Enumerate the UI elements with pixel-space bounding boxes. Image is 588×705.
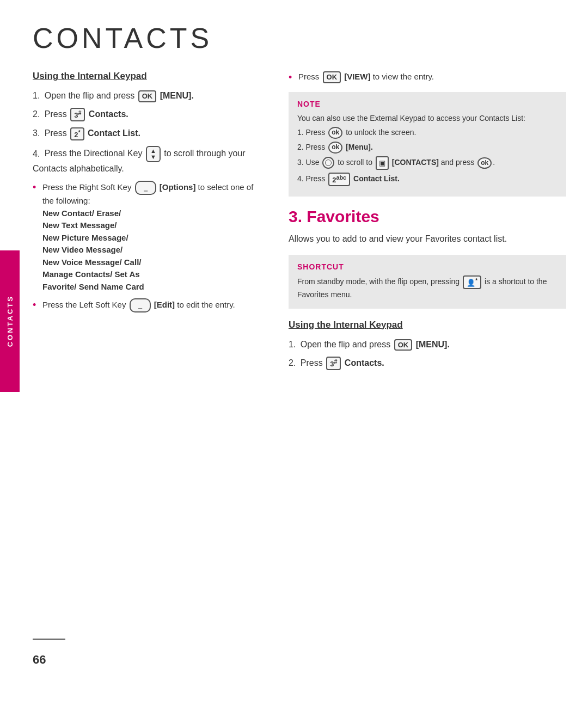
favorites-steps: 1. Open the flip and press OK [MENU]. 2.…	[289, 338, 566, 370]
directional-key: ▲▼	[146, 146, 161, 162]
page-title: CONTACTS	[33, 22, 566, 54]
ok-round-3: ok	[477, 157, 492, 169]
ok-round-1: ok	[328, 127, 342, 139]
step-3: 3. Press 2* Contact List.	[33, 127, 267, 140]
step-4-num: 4.	[33, 149, 40, 158]
left-soft-key: ⎯	[130, 298, 151, 312]
contacts-icon: ▣	[376, 156, 389, 170]
person-key: 👤*	[463, 275, 481, 289]
shortcut-box: SHORTCUT From standby mode, with the fli…	[289, 255, 566, 309]
step-1-label: [MENU].	[160, 91, 194, 100]
section3-heading: 3. Favorites	[289, 207, 566, 226]
step-4: 4. Press the Directional Key ▲▼ to scrol…	[33, 146, 267, 175]
key-2abc: 2abc	[328, 173, 350, 186]
main-content: CONTACTS Using the Internal Keypad 1. Op…	[33, 22, 566, 683]
note-box: NOTE You can also use the External Keypa…	[289, 92, 566, 197]
step-1-num: 1.	[33, 91, 40, 100]
options-list: New Contact/ Erase/ New Text Message/ Ne…	[42, 209, 144, 291]
note-label: NOTE	[297, 100, 558, 108]
ok-round-2: ok	[328, 142, 342, 154]
fav-step-2: 2. Press 3# Contacts.	[289, 357, 566, 370]
left-column: Using the Internal Keypad 1. Open the fl…	[33, 71, 267, 376]
note-intro: You can also use the External Keypad to …	[297, 113, 558, 125]
bullet-right-soft: Press the Right Soft Key ⎯ [Options] to …	[33, 181, 267, 293]
two-column-layout: Using the Internal Keypad 1. Open the fl…	[33, 71, 566, 376]
fav-step-2-num: 2.	[289, 358, 296, 367]
section3-num: 3.	[289, 207, 307, 225]
fav-step-1-label: [MENU].	[416, 340, 450, 349]
key-3: 3#	[70, 108, 85, 121]
options-label: [Options]	[160, 182, 196, 192]
section3-desc: Allows you to add to and view your Favor…	[289, 232, 566, 246]
bullet-view: Press OK [VIEW] to view the entry.	[289, 71, 566, 83]
step-3-label: Contact List.	[88, 128, 140, 138]
steps-list: 1. Open the flip and press OK [MENU]. 2.…	[33, 89, 267, 175]
side-tab-label: CONTACTS	[6, 295, 14, 347]
right-soft-key: ⎯	[135, 181, 156, 195]
fav-step-1-num: 1.	[289, 340, 296, 349]
scroll-key	[322, 157, 334, 169]
side-tab: CONTACTS	[0, 250, 20, 392]
note-step-3: 3. Use to scroll to ▣ [CONTACTS] and pre…	[297, 156, 558, 170]
step-2: 2. Press 3# Contacts.	[33, 108, 267, 121]
note-step-2: 2. Press ok [Menu].	[297, 142, 558, 154]
step-1: 1. Open the flip and press OK [MENU].	[33, 89, 267, 102]
note-steps: 1. Press ok to unlock the screen. 2. Pre…	[297, 127, 558, 187]
right-column: Press OK [VIEW] to view the entry. NOTE …	[289, 71, 566, 376]
note-step-4: 4. Press 2abc Contact List.	[297, 173, 558, 186]
step-2-num: 2.	[33, 109, 40, 119]
edit-label: [Edit]	[154, 300, 175, 309]
fav-step-2-label: Contacts.	[345, 358, 384, 367]
left-section-heading: Using the Internal Keypad	[33, 71, 267, 82]
shortcut-label: SHORTCUT	[297, 262, 558, 271]
favorites-keypad-heading: Using the Internal Keypad	[289, 320, 566, 330]
view-label: [VIEW]	[344, 72, 370, 81]
step-3-num: 3.	[33, 128, 40, 138]
key-2: 2*	[70, 127, 84, 141]
shortcut-text: From standby mode, with the flip open, p…	[297, 275, 558, 301]
section3-title: Favorites	[307, 207, 379, 225]
note-step-1: 1. Press ok to unlock the screen.	[297, 127, 558, 139]
bullet-left-soft: Press the Left Soft Key ⎯ [Edit] to edit…	[33, 298, 267, 312]
step-2-label: Contacts.	[89, 109, 128, 119]
fav-step-1: 1. Open the flip and press OK [MENU].	[289, 338, 566, 351]
ok-key-fav: OK	[394, 339, 413, 351]
key-3-fav: 3#	[326, 357, 341, 370]
ok-key-view: OK	[323, 71, 341, 83]
ok-key-1: OK	[138, 90, 157, 102]
